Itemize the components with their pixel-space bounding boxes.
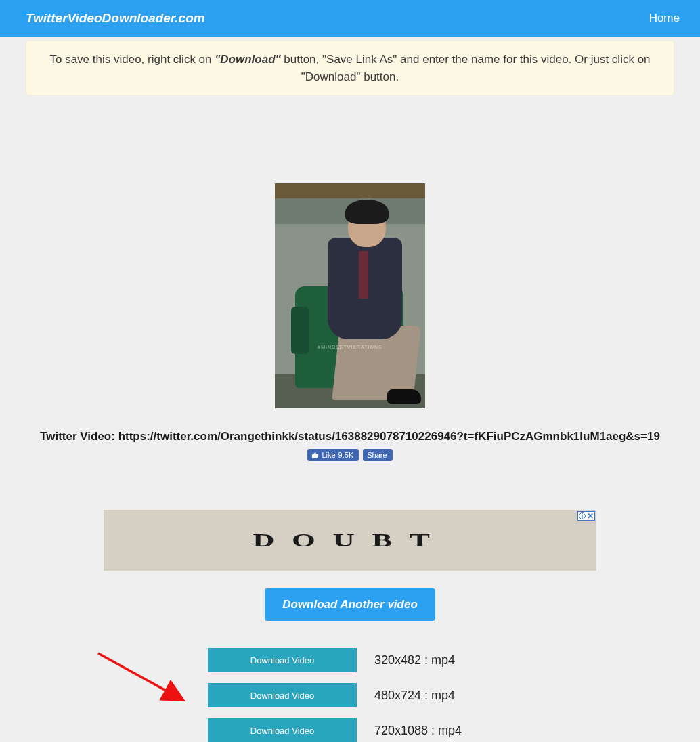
thumbnail-watermark: #MINDSETVIBRATIONS xyxy=(275,345,425,349)
ad-close-icon[interactable]: ✕ xyxy=(587,512,594,519)
banner-download-word: "Download" xyxy=(215,53,280,66)
download-format-1: 480x724 : mp4 xyxy=(374,689,455,703)
download-row: Download Video 720x1088 : mp4 xyxy=(93,718,607,742)
fb-like-label: Like xyxy=(322,451,335,459)
video-thumbnail[interactable]: #MINDSETVIBRATIONS xyxy=(275,183,425,408)
ad-info-icon[interactable]: i xyxy=(579,512,586,519)
thumbs-up-icon xyxy=(311,452,319,459)
svg-line-0 xyxy=(98,653,179,698)
page: To save this video, right click on "Down… xyxy=(0,41,700,742)
info-banner: To save this video, right click on "Down… xyxy=(26,41,674,95)
facebook-row: Like 9.5K Share xyxy=(26,449,674,461)
download-format-0: 320x482 : mp4 xyxy=(374,653,455,668)
download-button-1[interactable]: Download Video xyxy=(208,683,357,707)
nav-home[interactable]: Home xyxy=(649,12,680,25)
ad-banner[interactable]: DOUBT i ✕ xyxy=(104,510,596,571)
download-another-button[interactable]: Download Another video xyxy=(265,588,435,621)
brand-link[interactable]: TwitterVideoDownloader.com xyxy=(26,11,205,26)
ad-text: DOUBT xyxy=(253,529,447,551)
arrow-annotation xyxy=(93,649,194,710)
download-button-0[interactable]: Download Video xyxy=(208,648,357,672)
thumbnail-wrap: #MINDSETVIBRATIONS xyxy=(26,183,674,408)
fb-like-count: 9.5K xyxy=(338,451,354,459)
banner-prefix: To save this video, right click on xyxy=(49,53,215,66)
ad-badge: i ✕ xyxy=(577,511,595,521)
download-table: Download Video 320x482 : mp4 Download Vi… xyxy=(93,648,607,742)
video-url-label: Twitter Video: https://twitter.com/Orang… xyxy=(26,430,674,443)
download-format-2: 720x1088 : mp4 xyxy=(374,724,462,738)
navbar: TwitterVideoDownloader.com Home xyxy=(0,0,700,37)
banner-suffix: button, "Save Link As" and enter the nam… xyxy=(281,53,651,83)
fb-share-label: Share xyxy=(367,451,387,459)
download-button-2[interactable]: Download Video xyxy=(208,718,357,742)
fb-like-button[interactable]: Like 9.5K xyxy=(307,449,359,461)
content: To save this video, right click on "Down… xyxy=(12,41,688,742)
fb-share-button[interactable]: Share xyxy=(363,449,392,461)
